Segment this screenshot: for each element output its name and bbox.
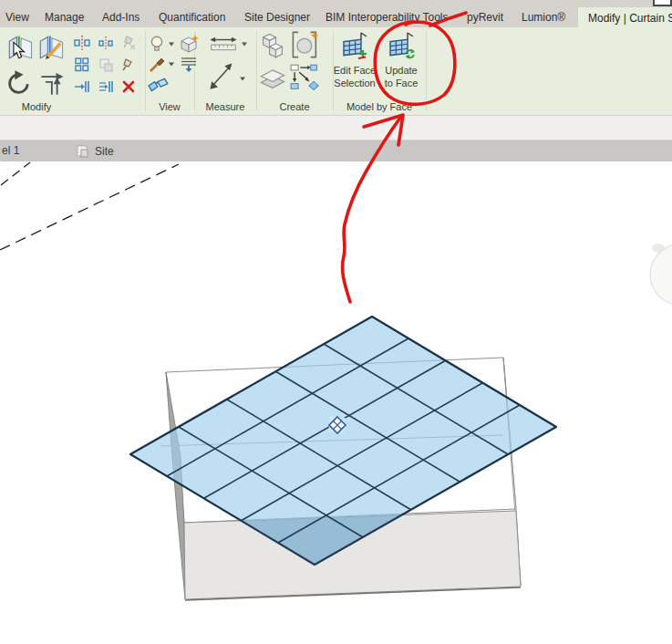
view-tab-bar: el 1 Site <box>0 140 672 161</box>
paintbrush-icon[interactable] <box>148 57 166 73</box>
align-icon[interactable] <box>73 78 91 95</box>
delete-icon[interactable] <box>119 78 138 95</box>
revit-window: View Manage Add-Ins Quantification Site … <box>0 0 672 644</box>
lightbulb-icon[interactable] <box>148 35 166 53</box>
model-scene <box>0 161 672 644</box>
split-element-icon[interactable] <box>97 78 115 95</box>
graphics-display-icon[interactable] <box>178 33 200 55</box>
palette-fragment <box>653 0 672 6</box>
tab-quantification[interactable]: Quantification <box>159 11 225 24</box>
tab-view[interactable]: View <box>5 11 29 24</box>
panel-label-create: Create <box>256 100 333 114</box>
pin-icon[interactable] <box>119 57 138 73</box>
options-bar <box>0 116 672 140</box>
dashed-reference-line[interactable] <box>1 162 30 185</box>
edit-face-label-line2: Selection <box>332 78 377 88</box>
edit-profile-icon[interactable] <box>38 33 66 60</box>
ribbon: Edit Face Selection Update to F <box>0 27 672 116</box>
edit-face-selection-button[interactable]: Edit Face Selection <box>332 30 377 96</box>
update-label-line1: Update <box>379 66 423 76</box>
chevron-down-icon[interactable] <box>239 75 246 82</box>
modify-select-icon[interactable] <box>7 33 35 60</box>
panel-separator <box>426 31 427 111</box>
measure-between-icon[interactable] <box>208 60 235 91</box>
tab-modify-curtain-active[interactable]: Modify | Curtain S <box>578 7 672 27</box>
unpin-disabled-icon <box>119 35 138 51</box>
steering-wheel-icon[interactable] <box>650 244 672 305</box>
tab-lumion[interactable]: Lumion® <box>522 11 565 24</box>
view-tab-level1-partial[interactable]: el 1 <box>2 144 19 157</box>
panel-label-measure: Measure <box>194 100 256 114</box>
update-to-face-button[interactable]: Update to Face <box>379 30 423 96</box>
measure-length-icon[interactable] <box>208 35 239 53</box>
tab-site-designer[interactable]: Site Designer <box>244 11 310 24</box>
rotate-icon[interactable] <box>5 69 33 97</box>
panel-label-view: View <box>145 100 194 114</box>
drawing-area[interactable] <box>0 161 672 644</box>
transfer-diagram-icon[interactable] <box>290 64 321 93</box>
thin-lines-icon[interactable] <box>179 56 199 72</box>
chevron-down-icon[interactable] <box>168 60 175 68</box>
panel-label-modify: Modify <box>0 100 73 114</box>
panel-separator <box>256 31 257 111</box>
cut-geometry-icon[interactable] <box>73 35 91 51</box>
edit-face-selection-icon <box>341 32 368 59</box>
site-view-icon <box>77 145 89 159</box>
update-to-face-icon <box>388 32 415 59</box>
component-icon[interactable] <box>259 31 286 58</box>
model-surface-icon[interactable] <box>259 64 286 93</box>
panel-label-model-by-face: Model by Face <box>333 100 426 114</box>
overlap-disabled-icon <box>97 57 115 73</box>
work-plane-icon[interactable] <box>328 416 346 433</box>
dashed-reference-line[interactable] <box>0 164 179 250</box>
ribbon-tab-bar: View Manage Add-Ins Quantification Site … <box>0 0 672 27</box>
site-tab-label: Site <box>95 145 114 158</box>
chevron-down-icon[interactable] <box>241 40 248 47</box>
tab-add-ins[interactable]: Add-Ins <box>102 11 140 24</box>
panel-separator <box>145 31 146 111</box>
default-3d-view-icon[interactable] <box>148 78 170 94</box>
tab-pyrevit[interactable]: pyRevit <box>467 11 503 24</box>
in-place-mass-icon[interactable] <box>290 29 321 60</box>
offset-icon[interactable] <box>38 69 67 97</box>
chevron-down-icon[interactable] <box>168 40 175 47</box>
tab-manage[interactable]: Manage <box>45 11 84 24</box>
view-tab-site[interactable]: Site <box>77 142 114 161</box>
create-parts-icon[interactable] <box>73 57 91 73</box>
edit-face-label-line1: Edit Face <box>332 66 377 76</box>
tab-bim-interop[interactable]: BIM Interoperability Tools <box>326 11 449 24</box>
join-geometry-icon[interactable] <box>97 35 115 51</box>
update-label-line2: to Face <box>379 78 423 88</box>
